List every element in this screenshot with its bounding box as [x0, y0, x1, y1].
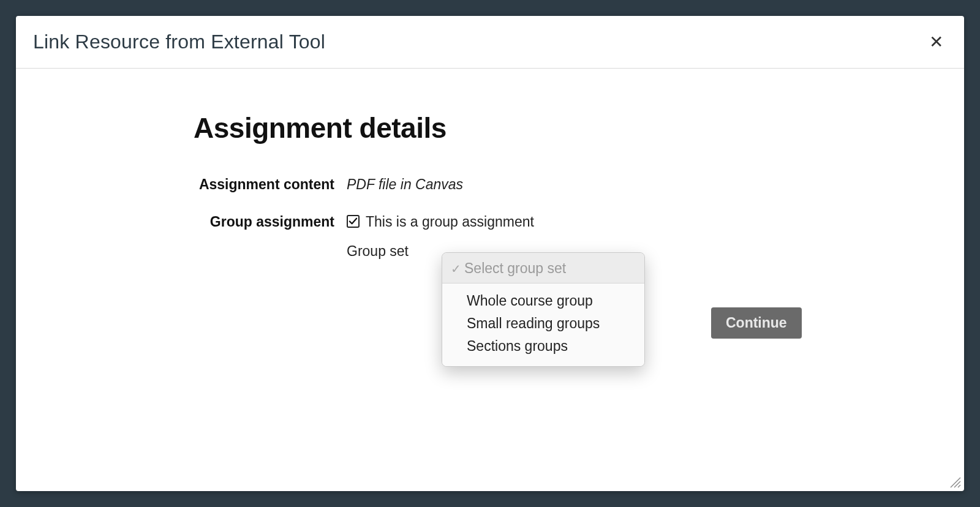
dropdown-options-list: Whole course group Small reading groups …	[442, 284, 644, 366]
modal-body: Assignment details Assignment content PD…	[16, 69, 964, 491]
group-checkbox-label: This is a group assignment	[366, 211, 534, 233]
checkmark-icon: ✓	[451, 263, 464, 275]
group-set-label: Group set	[347, 241, 409, 262]
label-group-assignment: Group assignment	[194, 211, 347, 233]
group-checkbox-row: This is a group assignment	[347, 211, 794, 233]
close-icon: ✕	[929, 34, 943, 51]
content-area: Assignment details Assignment content PD…	[194, 111, 794, 262]
group-set-dropdown[interactable]: ✓ Select group set Whole course group Sm…	[442, 252, 645, 367]
modal-dialog: Link Resource from External Tool ✕ Assig…	[16, 16, 964, 491]
dropdown-option-whole-course[interactable]: Whole course group	[442, 290, 644, 312]
dropdown-placeholder: Select group set	[464, 260, 566, 277]
page-title: Assignment details	[194, 111, 794, 145]
modal-header: Link Resource from External Tool ✕	[16, 16, 964, 69]
check-icon	[349, 217, 358, 226]
svg-line-2	[958, 485, 960, 487]
value-assignment-content: PDF file in Canvas	[347, 174, 794, 195]
dropdown-option-sections[interactable]: Sections groups	[442, 335, 644, 358]
resize-grip-icon	[948, 475, 962, 489]
close-button[interactable]: ✕	[925, 31, 947, 53]
dropdown-option-small-reading[interactable]: Small reading groups	[442, 312, 644, 335]
row-assignment-content: Assignment content PDF file in Canvas	[194, 174, 794, 195]
modal-title: Link Resource from External Tool	[33, 31, 325, 53]
group-checkbox[interactable]	[347, 215, 360, 228]
resize-handle[interactable]	[948, 475, 962, 489]
label-assignment-content: Assignment content	[194, 174, 347, 195]
dropdown-selected[interactable]: ✓ Select group set	[442, 253, 644, 284]
continue-button[interactable]: Continue	[711, 307, 802, 339]
assignment-content-text: PDF file in Canvas	[347, 176, 463, 192]
